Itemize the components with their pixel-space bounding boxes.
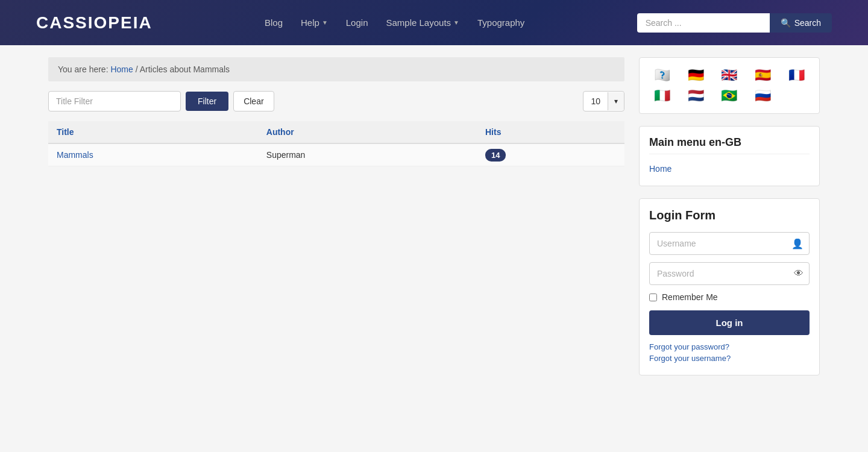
main-wrapper: You are here: Home / Articles about Mamm… [24, 45, 844, 388]
flags-grid: 🏴󠁷󠁬󠁳󠁿🇩🇪🇬🇧🇪🇸🇫🇷🇮🇹🇳🇱🇧🇷🇷🇺 [649, 67, 810, 104]
login-button[interactable]: Log in [649, 310, 810, 335]
flag-icon[interactable]: 🇩🇪 [688, 67, 704, 83]
col-hits-sort[interactable]: Hits [485, 127, 501, 137]
search-button[interactable]: 🔍 Search [770, 13, 832, 33]
forgot-password-link[interactable]: Forgot your password? [649, 342, 810, 351]
password-group: 👁 [649, 262, 810, 285]
forgot-username-link[interactable]: Forgot your username? [649, 354, 810, 363]
col-author-sort[interactable]: Author [266, 127, 294, 137]
nav-sample-layouts[interactable]: Sample Layouts ▼ [386, 17, 459, 28]
row-title-link[interactable]: Mammals [57, 150, 93, 160]
remember-row: Remember Me [649, 292, 810, 302]
breadcrumb-home[interactable]: Home [110, 64, 133, 74]
flag-icon[interactable]: 🇧🇷 [721, 88, 737, 104]
nav-help[interactable]: Help ▼ [301, 17, 328, 28]
menu-item[interactable]: Home [649, 162, 810, 176]
col-title-sort[interactable]: Title [57, 127, 74, 137]
col-title: Title [48, 121, 258, 143]
site-logo: CASSIOPEIA [36, 13, 153, 33]
remember-checkbox[interactable] [649, 293, 657, 301]
flags-box: 🏴󠁷󠁬󠁳󠁿🇩🇪🇬🇧🇪🇸🇫🇷🇮🇹🇳🇱🇧🇷🇷🇺 [639, 57, 820, 114]
main-menu-title: Main menu en-GB [649, 136, 810, 154]
row-title: Mammals [48, 143, 258, 166]
flag-icon[interactable]: 🇳🇱 [688, 88, 704, 104]
per-page-value: 10 [583, 92, 608, 111]
site-header: CASSIOPEIA Blog Help ▼ Login Sample Layo… [0, 0, 868, 45]
col-author: Author [258, 121, 477, 143]
search-icon: 🔍 [781, 18, 791, 28]
main-menu-box: Main menu en-GB Home [639, 126, 820, 186]
flag-icon[interactable]: 🇪🇸 [755, 67, 771, 83]
password-input[interactable] [649, 262, 810, 285]
breadcrumb: You are here: Home / Articles about Mamm… [48, 57, 624, 81]
row-hits: 14 [477, 143, 624, 166]
chevron-down-icon: ▼ [322, 19, 328, 26]
flag-icon[interactable]: 🇮🇹 [654, 88, 670, 104]
nav-blog[interactable]: Blog [265, 17, 283, 28]
clear-button[interactable]: Clear [233, 91, 274, 111]
chevron-down-icon[interactable]: ▾ [608, 92, 624, 110]
articles-table: Title Author Hits Mammals Superman 14 [48, 121, 624, 166]
breadcrumb-current: Articles about Mammals [140, 64, 230, 74]
flag-icon[interactable]: 🇷🇺 [755, 88, 771, 104]
remember-label: Remember Me [662, 292, 718, 302]
row-author: Superman [258, 143, 477, 166]
col-hits: Hits [477, 121, 624, 143]
flag-icon[interactable]: 🇫🇷 [788, 67, 805, 83]
filter-bar: Filter Clear 10 ▾ [48, 91, 624, 111]
username-input[interactable] [649, 232, 810, 255]
hits-badge: 14 [485, 149, 506, 162]
nav-typography[interactable]: Typography [477, 17, 524, 28]
table-row: Mammals Superman 14 [48, 143, 624, 166]
flag-icon[interactable]: 🇬🇧 [721, 67, 737, 83]
search-bar: 🔍 Search [637, 13, 832, 33]
search-input[interactable] [637, 13, 770, 33]
per-page-selector[interactable]: 10 ▾ [583, 91, 624, 111]
sidebar: 🏴󠁷󠁬󠁳󠁿🇩🇪🇬🇧🇪🇸🇫🇷🇮🇹🇳🇱🇧🇷🇷🇺 Main menu en-GB Ho… [639, 57, 820, 375]
main-nav: Blog Help ▼ Login Sample Layouts ▼ Typog… [265, 17, 524, 28]
filter-button[interactable]: Filter [186, 92, 228, 111]
table-header-row: Title Author Hits [48, 121, 624, 143]
username-group: 👤 [649, 232, 810, 255]
flag-icon[interactable]: 🏴󠁷󠁬󠁳󠁿 [654, 67, 670, 83]
chevron-down-icon: ▼ [453, 19, 459, 26]
eye-icon[interactable]: 👁 [794, 268, 804, 279]
user-icon: 👤 [791, 238, 804, 250]
content-area: You are here: Home / Articles about Mamm… [48, 57, 624, 375]
nav-login[interactable]: Login [346, 17, 368, 28]
menu-links: Home [649, 162, 810, 176]
login-form-title: Login Form [649, 209, 810, 222]
title-filter-input[interactable] [48, 91, 181, 111]
login-form-box: Login Form 👤 👁 Remember Me Log in Forgot… [639, 198, 820, 375]
